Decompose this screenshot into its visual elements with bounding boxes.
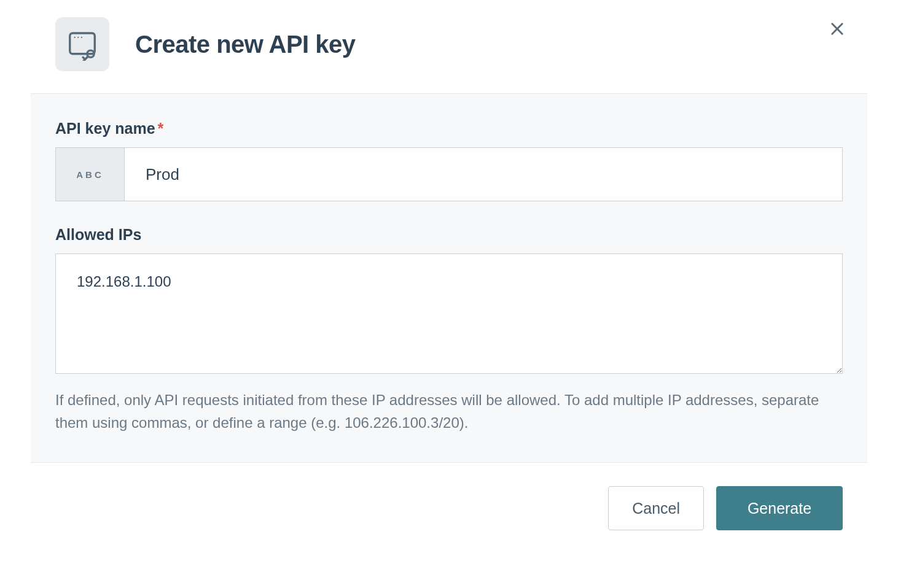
- close-icon: [829, 20, 846, 37]
- api-key-name-label: API key name*: [55, 120, 843, 137]
- text-prefix-icon: ABC: [56, 148, 125, 201]
- allowed-ips-input[interactable]: [55, 253, 843, 374]
- allowed-ips-label: Allowed IPs: [55, 226, 843, 244]
- dialog-title: Create new API key: [135, 31, 356, 58]
- svg-point-2: [77, 37, 79, 38]
- dialog-footer: Cancel Generate: [31, 463, 867, 555]
- api-key-name-group: API key name* ABC: [55, 120, 843, 201]
- api-key-name-label-text: API key name: [55, 120, 155, 137]
- dialog-body: API key name* ABC Allowed IPs If defined…: [31, 93, 867, 463]
- allowed-ips-group: Allowed IPs If defined, only API request…: [55, 226, 843, 434]
- generate-button[interactable]: Generate: [716, 486, 843, 530]
- api-key-name-input-wrap: ABC: [55, 147, 843, 201]
- required-indicator: *: [158, 120, 164, 137]
- dialog-header: Create new API key: [31, 0, 867, 93]
- app-key-icon: [55, 17, 109, 71]
- cancel-button[interactable]: Cancel: [608, 486, 704, 530]
- allowed-ips-help-text: If defined, only API requests initiated …: [55, 389, 843, 434]
- svg-point-1: [74, 37, 76, 38]
- close-button[interactable]: [826, 17, 849, 41]
- api-key-name-input[interactable]: [125, 148, 842, 201]
- create-api-key-dialog: Create new API key API key name* ABC All…: [31, 0, 867, 555]
- svg-point-3: [81, 37, 82, 38]
